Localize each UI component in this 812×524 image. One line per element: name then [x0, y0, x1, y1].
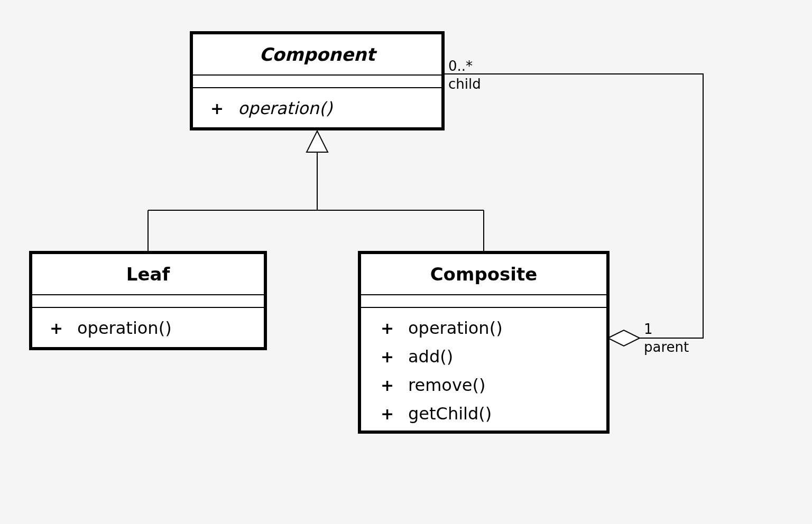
composite-op-1: add() [408, 347, 453, 367]
visibility-plus: + [381, 376, 394, 395]
class-component: Component + operation() [191, 33, 443, 129]
component-title: Component [259, 44, 377, 65]
class-leaf: Leaf + operation() [31, 252, 265, 349]
composite-title: Composite [430, 264, 538, 285]
visibility-plus: + [381, 348, 394, 366]
class-composite: Composite + operation() + add() + remove… [359, 252, 608, 432]
parent-role: parent [644, 339, 689, 355]
svg-marker-9 [307, 131, 328, 152]
leaf-op-0: operation() [77, 318, 172, 338]
component-op-0: operation() [238, 98, 333, 118]
child-multiplicity: 0..* [448, 58, 473, 74]
generalization [148, 131, 484, 252]
visibility-plus: + [50, 319, 63, 338]
composite-op-3: getChild() [408, 404, 492, 424]
svg-marker-14 [608, 330, 640, 346]
visibility-plus: + [381, 319, 394, 338]
visibility-plus: + [381, 405, 394, 423]
leaf-title: Leaf [126, 264, 171, 285]
parent-multiplicity: 1 [644, 321, 653, 337]
uml-diagram: Component + operation() Leaf + operation… [0, 0, 812, 524]
visibility-plus: + [210, 99, 224, 118]
composite-op-0: operation() [408, 318, 503, 338]
composite-op-2: remove() [408, 375, 485, 395]
child-role: child [448, 76, 481, 92]
